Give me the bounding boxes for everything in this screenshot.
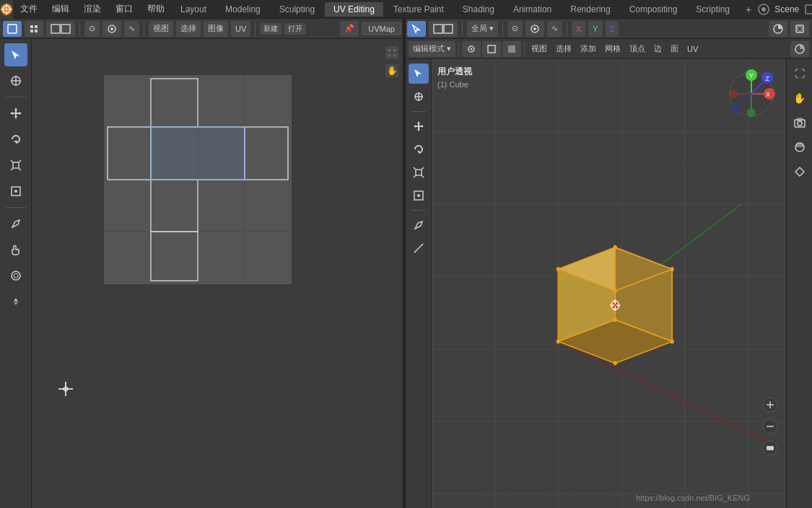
uv-select-mode2[interactable] — [46, 21, 75, 37]
tool-pinch[interactable] — [4, 290, 27, 313]
viewport-3d[interactable]: 编辑模式 ▾ 视图 选择 添加 网格 顶点 边 面 UV — [406, 39, 812, 508]
vp-edge-menu[interactable]: 边 — [650, 41, 665, 57]
svg-line-77 — [414, 175, 416, 178]
menu-file[interactable]: 文件 — [13, 1, 45, 17]
vp-view-menu[interactable]: 视图 — [528, 41, 551, 57]
vp-mesh-menu[interactable]: 网格 — [601, 41, 624, 57]
vp-edge-mode[interactable] — [482, 41, 501, 57]
tool-annotate[interactable] — [4, 212, 27, 235]
vp-tool-move[interactable] — [409, 116, 429, 136]
tab-compositing[interactable]: Compositing — [621, 2, 686, 17]
nav-gizmo[interactable]: X Y Z — [722, 65, 780, 123]
uv-snapping[interactable] — [102, 21, 121, 37]
vp-tool-transform[interactable] — [409, 185, 429, 206]
svg-marker-72 — [422, 125, 424, 128]
panel-divider[interactable] — [403, 19, 406, 508]
svg-point-15 — [110, 27, 113, 30]
tab-rendering[interactable]: Rendering — [562, 2, 619, 17]
tab-animation[interactable]: Animation — [505, 2, 560, 17]
vp-uv-menu[interactable]: UV — [684, 41, 702, 57]
vp-right-pan[interactable]: ✋ — [790, 88, 810, 108]
vp-tool-select[interactable] — [409, 64, 429, 84]
svg-rect-8 — [30, 25, 33, 28]
menu-window[interactable]: 窗口 — [108, 1, 140, 17]
vp-content[interactable]: 用户透视 (1) Cube X Y Z — [432, 59, 786, 508]
vp-overlay-btn[interactable] — [769, 21, 787, 37]
vp-select-menu[interactable]: 选择 — [552, 41, 575, 57]
svg-rect-12 — [51, 25, 60, 33]
vp-vertex-mode[interactable] — [462, 41, 481, 57]
vp-right-camera[interactable] — [790, 113, 810, 133]
tool-relax[interactable] — [4, 264, 27, 287]
blender-logo[interactable] — [0, 0, 13, 19]
uv-pin-btn[interactable]: 📌 — [340, 21, 359, 37]
vp-face-menu[interactable]: 面 — [667, 41, 682, 57]
vp-select-btn[interactable] — [407, 21, 426, 37]
uv-menu-select[interactable]: 选择 — [176, 21, 201, 37]
vp-x-btn[interactable]: X — [572, 21, 585, 37]
tab-layout[interactable]: Layout — [172, 2, 215, 17]
uv-grid-container — [104, 75, 292, 284]
vp-edit-mode[interactable]: 编辑模式 ▾ — [409, 41, 455, 57]
svg-point-85 — [798, 121, 802, 126]
menu-render[interactable]: 渲染 — [77, 1, 108, 17]
top-right: Scene — [757, 3, 812, 16]
uv-editor[interactable]: ⛶ ✋ — [32, 39, 404, 508]
tool-scale[interactable] — [4, 154, 27, 177]
tool-cursor[interactable] — [4, 69, 27, 92]
tab-texture-paint[interactable]: Texture Paint — [385, 2, 453, 17]
uv-menu-image[interactable]: 图像 — [204, 21, 228, 37]
uv-mode-btn[interactable] — [3, 21, 22, 37]
vp-tool-annotate[interactable] — [409, 215, 429, 235]
vp-right-wireframe[interactable] — [790, 162, 810, 182]
uv-menu-uv[interactable]: UV — [231, 21, 250, 37]
svg-rect-61 — [488, 45, 495, 53]
vp-left-sidebar — [406, 59, 432, 508]
vp-right-expand[interactable]: ⛶ — [790, 64, 810, 84]
vp-tool-measure[interactable] — [409, 238, 429, 258]
vp-pivot[interactable]: ⊙ — [507, 21, 523, 37]
vp-proportional[interactable]: ∿ — [547, 21, 562, 37]
vp-right-preview[interactable] — [790, 137, 810, 157]
menu-help[interactable]: 帮助 — [140, 1, 172, 17]
vp-vertex-menu[interactable]: 顶点 — [626, 41, 649, 57]
uv-menu-view[interactable]: 视图 — [149, 21, 173, 37]
tool-grab[interactable] — [4, 238, 27, 261]
tool-move[interactable] — [4, 102, 27, 125]
uv-proportional[interactable]: ∿ — [124, 21, 139, 37]
tab-sculpting[interactable]: Sculpting — [271, 2, 323, 17]
uv-open-btn[interactable]: 打开 — [284, 23, 306, 35]
vp-orientation[interactable]: 全局 ▾ — [467, 21, 498, 37]
uv-cursor — [57, 380, 74, 400]
vp-tweak-btn[interactable] — [429, 21, 458, 37]
uv-hand-btn[interactable]: ✋ — [385, 64, 398, 77]
separator2 — [144, 22, 144, 36]
vp-tool-rotate[interactable] — [409, 139, 429, 159]
vp-snapping[interactable] — [525, 21, 544, 37]
vp-tool-scale[interactable] — [409, 162, 429, 183]
uv-expand-btn[interactable]: ⛶ — [385, 46, 398, 59]
uv-new-btn[interactable]: 新建 — [260, 23, 281, 35]
vp-tool-cursor[interactable] — [409, 87, 429, 107]
tool-rotate[interactable] — [4, 128, 27, 151]
tab-scripting[interactable]: Scripting — [687, 2, 738, 17]
tab-add[interactable]: + — [740, 1, 757, 17]
tool-transform[interactable] — [4, 180, 27, 203]
vp-y-btn[interactable]: Y — [588, 21, 602, 37]
tab-modeling[interactable]: Modeling — [217, 2, 269, 17]
tool-select[interactable] — [4, 43, 27, 66]
tab-uv-editing[interactable]: UV Editing — [325, 2, 383, 17]
menu-edit[interactable]: 编辑 — [45, 1, 77, 17]
vp-add-menu[interactable]: 添加 — [577, 41, 600, 57]
vp-tool-sep2 — [411, 210, 426, 211]
vp-z-btn[interactable]: Z — [606, 21, 619, 37]
uv-select-mode[interactable] — [25, 21, 43, 37]
svg-line-36 — [11, 168, 13, 170]
svg-line-82 — [414, 251, 416, 253]
tab-shading[interactable]: Shading — [454, 2, 503, 17]
svg-rect-22 — [798, 27, 802, 31]
vp-xray-btn[interactable] — [790, 21, 809, 37]
uv-pivot[interactable]: ⊙ — [84, 21, 100, 37]
vp-face-mode[interactable] — [502, 41, 521, 57]
vp-material-btn[interactable] — [790, 41, 809, 57]
